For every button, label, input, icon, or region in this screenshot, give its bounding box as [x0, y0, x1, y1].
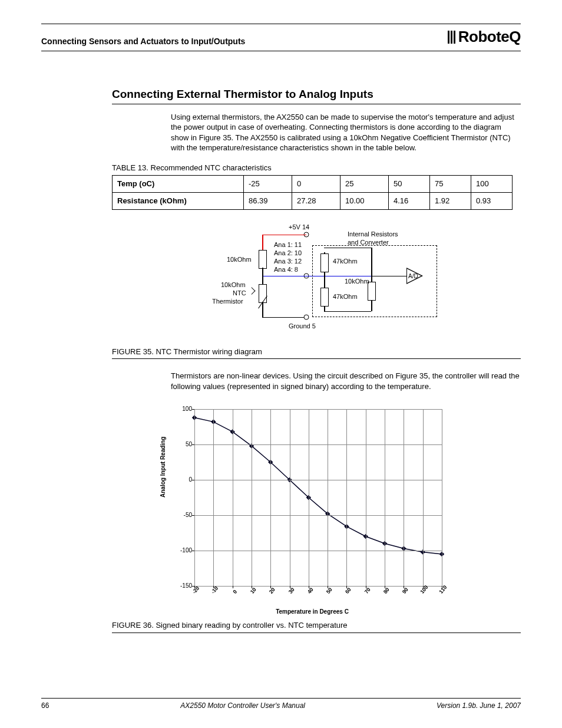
page-number: 66: [41, 701, 49, 710]
label-ntc: Thermistor: [212, 297, 243, 306]
footer-version: Version 1.9b. June 1, 2007: [437, 701, 521, 710]
label-ntc: 10kOhm: [221, 281, 246, 289]
table-row: Resistance (kOhm) 86.3927.28 10.004.16 1…: [113, 193, 513, 210]
wiring-diagram: +5V 14 10kOhm Ana 1: 11 Ana 2: 10 Ana 3:…: [112, 223, 513, 341]
label-5v: +5V 14: [289, 223, 309, 232]
page-footer: 66 AX2550 Motor Controller User's Manual…: [41, 698, 521, 710]
label-internal: Internal Resistors: [348, 230, 398, 239]
label-ntc: NTC: [233, 289, 246, 298]
chart: Analog Input Reading Temperature in Degr…: [147, 403, 477, 615]
label-ana4: Ana 4: 8: [274, 265, 298, 274]
wire: [262, 276, 263, 284]
table-row: Temp (oC) -250 2550 75100: [113, 176, 513, 193]
label-ana1: Ana 1: 11: [274, 241, 302, 249]
label-ana3: Ana 3: 12: [274, 257, 302, 266]
node-gnd: [304, 314, 309, 319]
wire: [262, 235, 306, 236]
chart-line: [194, 409, 442, 586]
figure35-caption: FIGURE 35. NTC Thermistor wiring diagram: [112, 347, 521, 360]
y-axis-label: Analog Input Reading: [159, 437, 167, 498]
thermistor-icon: [259, 284, 267, 303]
wire: [262, 302, 263, 317]
resistor-icon: [259, 250, 267, 269]
logo-text: RoboteQ: [458, 27, 521, 47]
footer-title: AX2550 Motor Controller User's Manual: [180, 701, 305, 710]
ntc-table: Temp (oC) -250 2550 75100 Resistance (kO…: [112, 175, 513, 209]
arrow-icon: [248, 287, 256, 295]
x-axis-label: Temperature in Degrees C: [147, 608, 477, 616]
wire: [262, 317, 306, 318]
paragraph-2: Thermistors are non-linear devices. Usin…: [171, 371, 521, 391]
wire: [262, 268, 263, 276]
label-ana2: Ana 2: 10: [274, 249, 302, 258]
figure36-caption: FIGURE 36. Signed binary reading by cont…: [112, 620, 521, 633]
intro-paragraph: Using external thermistors, the AX2550 c…: [171, 112, 521, 153]
label-gnd: Ground 5: [289, 322, 316, 331]
header-section: Connecting Sensors and Actuators to Inpu…: [41, 36, 245, 47]
table-caption: TABLE 13. Recommended NTC characteristic…: [112, 163, 521, 173]
label-10k: 10kOhm: [227, 255, 252, 264]
page-title: Connecting External Thermistor to Analog…: [112, 87, 521, 104]
wire: [262, 235, 263, 250]
internal-box: [312, 245, 437, 317]
logo: RoboteQ: [448, 27, 521, 47]
